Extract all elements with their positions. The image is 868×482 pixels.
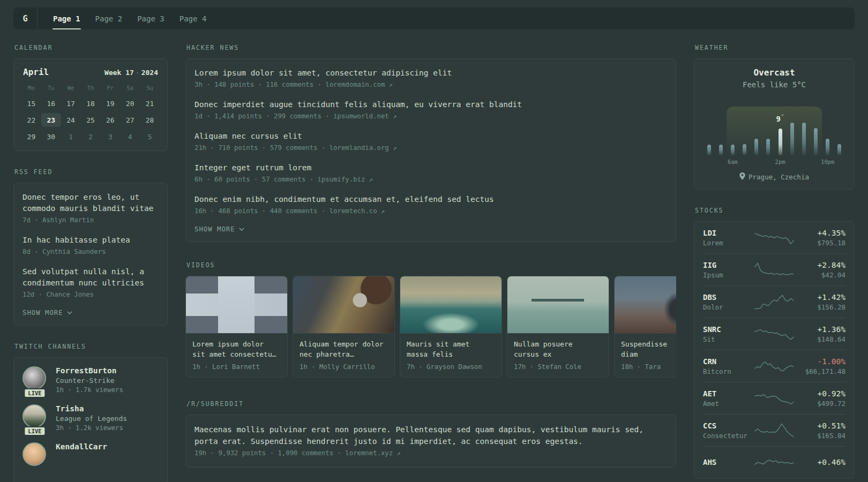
calendar-grid: 1516171819202122232425262728293012345	[21, 96, 160, 144]
rss-widget: Donec tempor eros leo, ut commodo mauris…	[13, 183, 168, 326]
hackernews-section: HACKER NEWS Lorem ipsum dolor sit amet, …	[185, 44, 676, 242]
weather-bar	[826, 139, 829, 155]
rss-item-title[interactable]: Donec tempor eros leo, ut commodo mauris…	[23, 192, 159, 214]
rss-item-meta: 8d · Cynthia Saunders	[23, 247, 159, 257]
stock-name: Ipsum	[703, 271, 752, 279]
stock-row[interactable]: CCSConsectetur +0.51%$165.84	[703, 414, 845, 446]
twitch-channel-row[interactable]: LIVE Trisha League of Legends 3h · 1.2k …	[23, 404, 159, 432]
twitch-section-title: TWITCH CHANNELS	[14, 343, 168, 350]
video-thumbnail[interactable]	[400, 276, 502, 334]
stock-row[interactable]: IIGIpsum +2.84%$42.04	[703, 253, 845, 285]
rss-item-title[interactable]: Sed volutpat nulla nisl, a condimentum n…	[23, 266, 159, 289]
calendar-day: 16	[41, 96, 61, 110]
stock-ticker: LDI	[703, 229, 752, 237]
video-title[interactable]: Aliquam tempor dolor	[300, 339, 388, 349]
stock-row[interactable]: DBSDolor +1.42%$156.28	[703, 285, 845, 318]
video-meta: 18h · Tara	[621, 363, 676, 371]
channel-name[interactable]: ForrestBurton	[56, 366, 123, 375]
stock-row[interactable]: AHS +0.46%	[703, 446, 845, 478]
hn-item-title[interactable]: Donec enim nibh, condimentum et accumsan…	[194, 194, 667, 205]
video-thumbnail[interactable]	[507, 276, 609, 334]
stock-name: Amet	[703, 400, 752, 408]
video-title[interactable]: cursus ex	[514, 349, 602, 359]
video-card[interactable]: Aliquam tempor dolor nec pharetra… 1h · …	[293, 276, 395, 378]
video-card[interactable]: Lorem ipsum dolor sit amet consectetu… 1…	[185, 276, 288, 378]
avatar-wrap	[23, 442, 47, 466]
video-title[interactable]: Suspendisse	[621, 339, 676, 349]
hn-domain-link[interactable]: ipsumworld.net ↗	[333, 112, 396, 120]
calendar-day: 3	[100, 130, 120, 144]
rss-item-meta: 7d · Ashlyn Martin	[23, 215, 159, 225]
rss-item-title[interactable]: In hac habitasse platea	[23, 235, 159, 246]
hn-item-title[interactable]: Donec imperdiet augue tincidunt felis al…	[194, 99, 667, 110]
reddit-domain-link[interactable]: loremnet.xyz ↗	[345, 449, 401, 457]
video-thumbnail[interactable]	[615, 276, 676, 334]
calendar-day: 29	[21, 130, 41, 144]
calendar-day: 20	[120, 96, 140, 110]
calendar-day: 1	[61, 130, 81, 144]
hackernews-section-title: HACKER NEWS	[186, 44, 676, 51]
hn-domain-link[interactable]: ipsumify.biz ↗	[318, 176, 373, 183]
calendar-day: 17	[61, 96, 81, 110]
video-thumbnail[interactable]	[186, 276, 287, 334]
video-title[interactable]: Mauris sit amet	[407, 339, 495, 349]
stock-sparkline	[752, 325, 796, 343]
tab-page-2[interactable]: Page 2	[95, 7, 123, 29]
video-card[interactable]: Nullam posuere cursus ex 17h · Stefan Co…	[507, 276, 609, 378]
video-card[interactable]: Mauris sit amet massa felis 7h · Grayson…	[400, 276, 502, 378]
twitch-channel-row[interactable]: KendallCarr	[23, 442, 159, 466]
video-meta: 17h · Stefan Cole	[514, 363, 602, 371]
calendar-day: 5	[140, 130, 160, 144]
stock-sparkline	[752, 229, 796, 247]
hn-item-title[interactable]: Integer eget rutrum lorem	[194, 162, 667, 174]
hn-item: Integer eget rutrum lorem 6h · 60 points…	[194, 162, 667, 185]
weather-bar	[790, 123, 794, 155]
hn-domain-link[interactable]: loremdomain.com ↗	[325, 81, 393, 88]
stock-sparkline	[752, 389, 796, 408]
video-title[interactable]: diam	[621, 349, 676, 359]
day-header: Fr	[100, 85, 120, 91]
tab-page-1[interactable]: Page 1	[53, 7, 81, 29]
hn-item: Donec imperdiet augue tincidunt felis al…	[194, 99, 667, 122]
hn-item-title[interactable]: Lorem ipsum dolor sit amet, consectetur …	[194, 67, 667, 79]
degree-symbol: °	[781, 113, 784, 120]
tab-page-4[interactable]: Page 4	[179, 7, 207, 29]
video-title[interactable]: sit amet consectetu…	[192, 349, 281, 359]
app-logo[interactable]: G	[13, 7, 38, 29]
video-title[interactable]: massa felis	[407, 349, 495, 359]
hn-show-more-button[interactable]: SHOW MORE	[194, 225, 667, 233]
stock-price: $499.72	[796, 400, 845, 408]
hn-domain-link[interactable]: loremlandia.org ↗	[330, 144, 397, 152]
video-card[interactable]: Suspendisse diam 18h · Tara	[614, 276, 676, 378]
tab-page-3[interactable]: Page 3	[137, 7, 165, 29]
weather-section: WEATHER Overcast Feels like 5°C 9° 6am2p…	[694, 44, 855, 190]
page-tabs: Page 1 Page 2 Page 3 Page 4	[38, 7, 207, 29]
rss-show-more-button[interactable]: SHOW MORE	[23, 309, 159, 317]
day-header: Th	[81, 85, 101, 91]
stock-change: +1.36%	[796, 325, 845, 334]
stock-name: Bitcorn	[703, 367, 752, 375]
stock-sparkline	[752, 454, 796, 472]
video-title[interactable]: nec pharetra…	[300, 349, 388, 359]
video-thumbnail[interactable]	[293, 276, 394, 334]
video-title[interactable]: Lorem ipsum dolor	[192, 339, 281, 349]
calendar-day: 18	[81, 96, 101, 110]
reddit-post-title[interactable]: Maecenas mollis pulvinar erat non posuer…	[194, 424, 667, 447]
separator-dot: ·	[134, 69, 141, 77]
live-badge: LIVE	[24, 426, 46, 436]
stock-row[interactable]: LDILorem +4.35%$795.18	[703, 222, 845, 253]
top-navbar: G Page 1 Page 2 Page 3 Page 4	[13, 7, 855, 29]
avatar-wrap: LIVE	[23, 404, 47, 432]
channel-name[interactable]: Trisha	[56, 404, 127, 413]
weather-bar	[814, 128, 818, 155]
stock-row[interactable]: SNRCSit +1.36%$148.64	[703, 318, 845, 350]
stock-row[interactable]: AETAmet +0.92%$499.72	[703, 382, 845, 414]
twitch-channel-row[interactable]: LIVE ForrestBurton Counter-Strike 1h · 1…	[23, 366, 159, 394]
hn-domain-link[interactable]: loremtech.co ↗	[330, 207, 385, 215]
video-title[interactable]: Nullam posuere	[514, 339, 602, 349]
stock-row[interactable]: CRNBitcorn -1.00%$66,171.48	[703, 350, 845, 382]
channel-game: League of Legends	[56, 415, 127, 423]
videos-row: Lorem ipsum dolor sit amet consectetu… 1…	[185, 276, 676, 378]
channel-name[interactable]: KendallCarr	[56, 442, 107, 451]
hn-item-title[interactable]: Aliquam nec cursus elit	[194, 131, 667, 142]
